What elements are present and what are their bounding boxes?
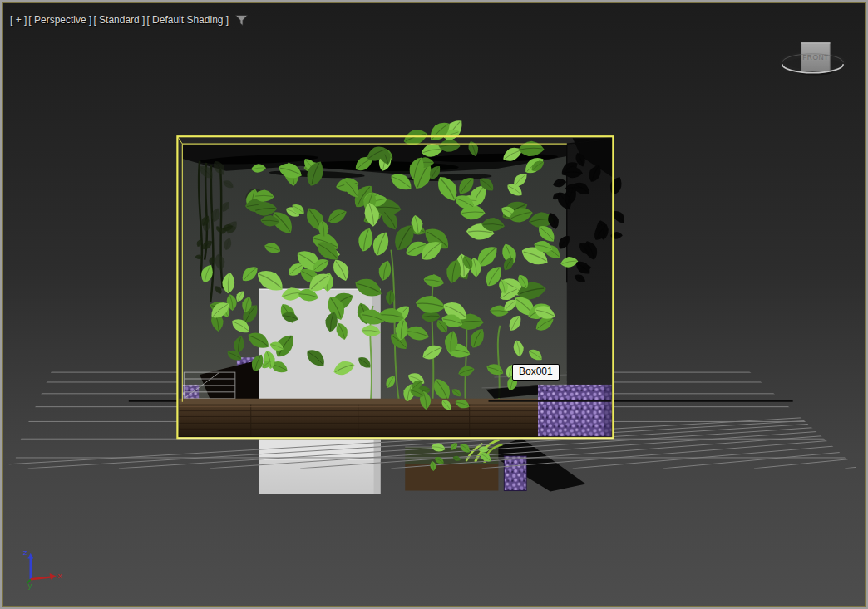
viewport-label-bar: [ + ] [ Perspective ] [ Standard ] [ Def… bbox=[10, 14, 248, 26]
application-frame: FRONT z x y [ + ] [ Perspective ] [ Stan… bbox=[0, 0, 868, 609]
y-axis-label: y bbox=[28, 582, 32, 590]
object-tooltip: Box001 bbox=[512, 364, 560, 381]
white-box-lower-top bbox=[259, 438, 381, 460]
viewport-maximize-menu[interactable]: [ + ] bbox=[10, 14, 27, 26]
viewport-shading-menu[interactable]: [ Default Shading ] bbox=[146, 14, 229, 26]
viewport-pov-menu[interactable]: [ Perspective ] bbox=[28, 14, 91, 26]
perspective-viewport[interactable]: FRONT z x y [ + ] [ Perspective ] [ Stan… bbox=[2, 2, 866, 607]
z-axis-label: z bbox=[23, 548, 27, 557]
viewport-render-preset-menu[interactable]: [ Standard ] bbox=[93, 14, 145, 26]
white-box-lower-edge bbox=[374, 438, 381, 494]
purple-block-shade bbox=[604, 385, 611, 436]
purple-block-lower bbox=[504, 456, 526, 491]
viewport-canvas[interactable]: FRONT z x y bbox=[3, 3, 865, 606]
box001-object[interactable] bbox=[177, 115, 628, 471]
purple-block-right[interactable] bbox=[538, 385, 611, 436]
filter-icon[interactable] bbox=[235, 15, 248, 26]
x-axis-label: x bbox=[57, 571, 62, 580]
